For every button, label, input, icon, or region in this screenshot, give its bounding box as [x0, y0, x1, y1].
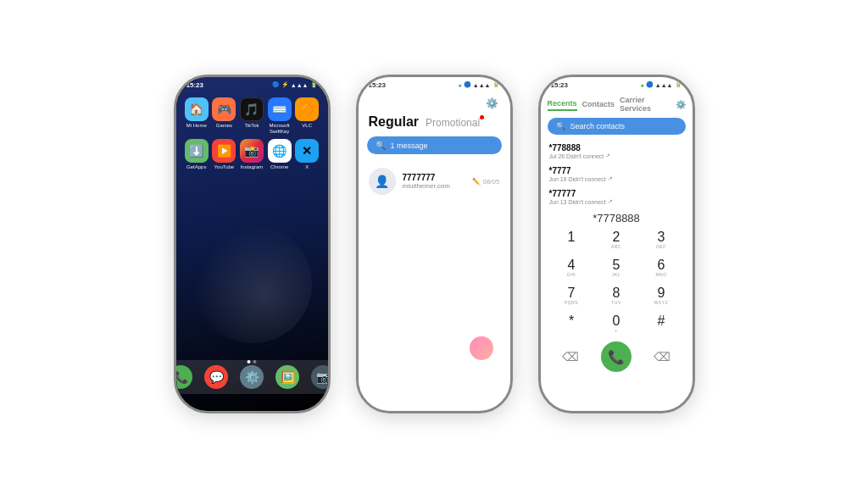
time-3: 15:23: [551, 81, 568, 89]
dock-phone[interactable]: 📞: [176, 365, 193, 389]
tab-contacts[interactable]: Contacts: [582, 98, 615, 110]
settings-icon[interactable]: ⚙️: [485, 96, 500, 111]
app-grid: 🏠 Mi Home 🎮 Games 🎵 TikTok ⌨️ Microsoft …: [176, 91, 328, 170]
msg-header: ⚙️: [359, 91, 510, 114]
msg-avatar: 👤: [369, 168, 396, 195]
dialer-screen: 15:23 ● 🔵 ▲▲▲ 🔋 Recents Contacts Carrier…: [541, 77, 693, 411]
tab-regular[interactable]: Regular: [369, 114, 420, 130]
key-9[interactable]: 9WXYZ: [639, 282, 684, 310]
phone-1: 15:23 🔵 ⚡ ▲▲▲ 🔋 🏠 Mi Home 🎮 Games: [174, 75, 331, 413]
msg-time: ✏️ 08/05: [472, 178, 499, 186]
promo-notification-dot: [480, 115, 484, 119]
dock-gallery[interactable]: 🖼️: [275, 365, 299, 389]
dialer-search-bar[interactable]: 🔍 Search contacts: [548, 118, 686, 135]
key-6[interactable]: 6MNO: [639, 254, 684, 282]
key-7[interactable]: 7PQRS: [549, 282, 594, 310]
tab-promotional[interactable]: Promotional: [426, 117, 480, 129]
key-1[interactable]: 1: [549, 226, 594, 254]
status-bar-3: 15:23 ● 🔵 ▲▲▲ 🔋: [541, 77, 693, 91]
app-mi-home[interactable]: 🏠 Mi Home: [185, 97, 209, 134]
key-8[interactable]: 8TUV: [594, 282, 639, 310]
voicemail-button[interactable]: ⌫: [650, 345, 674, 369]
app-youtube[interactable]: ▶️ YouTube: [212, 139, 236, 170]
messages-screen: 15:23 ● 🔵 ▲▲▲ 🔋 ⚙️ Regular Promotional: [359, 77, 510, 411]
phone-2: 15:23 ● 🔵 ▲▲▲ 🔋 ⚙️ Regular Promotional: [356, 75, 513, 413]
dialer-input-display: *7778888: [541, 208, 693, 226]
phone-3: 15:23 ● 🔵 ▲▲▲ 🔋 Recents Contacts Carrier…: [538, 75, 695, 413]
call-button[interactable]: 📞: [601, 341, 632, 372]
msg-tabs: Regular Promotional: [359, 114, 510, 130]
status-bar-1: 15:23 🔵 ⚡ ▲▲▲ 🔋: [176, 77, 328, 91]
time-2: 15:23: [369, 81, 386, 89]
search-icon: 🔍: [376, 141, 386, 150]
edit-icon: ✏️: [472, 178, 481, 186]
keypad: 1 2ABC 3DEF 4GHI 5JKL 6MNO 7PQRS 8TUV 9W…: [541, 226, 693, 338]
key-3[interactable]: 3DEF: [639, 226, 684, 254]
delete-button[interactable]: ⌫: [559, 345, 582, 369]
key-5[interactable]: 5JKL: [594, 254, 639, 282]
app-chrome[interactable]: 🌐 Chrome: [267, 139, 292, 170]
home-screen: 15:23 🔵 ⚡ ▲▲▲ 🔋 🏠 Mi Home 🎮 Games: [176, 77, 328, 411]
recents-list: *778888 Jul 26 Didn't connect ↗ *7777 Ju…: [541, 140, 693, 208]
dock: 📞 💬 ⚙️ 🖼️ 📷: [176, 360, 328, 394]
dock-messages[interactable]: 💬: [204, 365, 228, 389]
key-4[interactable]: 4GHI: [549, 254, 594, 282]
recent-item-2[interactable]: *7777 Jun 19 Didn't connect ↗: [541, 163, 693, 186]
app-instagram[interactable]: 📸 Instagram: [240, 139, 264, 170]
search-icon-dialer: 🔍: [556, 122, 565, 130]
key-star[interactable]: *: [549, 310, 594, 338]
tab-carrier-services[interactable]: Carrier Services: [620, 94, 670, 114]
message-item[interactable]: 👤 7777777 miuithemer.com ✏️ 08/05: [359, 161, 510, 202]
msg-info: 7777777 miuithemer.com: [403, 173, 466, 190]
app-tiktok[interactable]: 🎵 TikTok: [240, 97, 264, 134]
key-2[interactable]: 2ABC: [594, 226, 639, 254]
message-search-bar[interactable]: 🔍 1 message: [367, 136, 502, 154]
dock-camera[interactable]: 📷: [311, 365, 328, 389]
status-icons-3: ● 🔵 ▲▲▲ 🔋: [640, 81, 682, 88]
status-bar-2: 15:23 ● 🔵 ▲▲▲ 🔋: [359, 77, 510, 91]
app-vlc[interactable]: 🔶 VLC: [295, 97, 320, 134]
recent-item-3[interactable]: *77777 Jun 13 Didn't connect ↗: [541, 186, 693, 208]
app-x[interactable]: ✕ X: [295, 139, 320, 170]
app-getapps[interactable]: ⬇️ GetApps: [185, 139, 209, 170]
dialer-tabs: Recents Contacts Carrier Services ⚙️: [541, 91, 693, 116]
key-hash[interactable]: #: [639, 310, 684, 338]
tab-recents[interactable]: Recents: [548, 97, 577, 111]
recent-item-1[interactable]: *778888 Jul 26 Didn't connect ↗: [541, 140, 693, 163]
app-games[interactable]: 🎮 Games: [212, 97, 236, 134]
key-0[interactable]: 0+: [594, 310, 639, 338]
floating-action-button[interactable]: [470, 336, 493, 360]
settings-icon-dialer[interactable]: ⚙️: [676, 100, 686, 109]
app-swiftkey[interactable]: ⌨️ Microsoft SwiftKey: [267, 97, 292, 134]
status-icons-2: ● 🔵 ▲▲▲ 🔋: [458, 81, 499, 88]
status-icons-1: 🔵 ⚡ ▲▲▲ 🔋: [272, 81, 318, 88]
msg-sender: 7777777: [403, 173, 466, 182]
msg-preview: miuithemer.com: [403, 182, 466, 190]
dock-settings[interactable]: ⚙️: [240, 365, 264, 389]
dialer-bottom-bar: ⌫ 📞 ⌫: [541, 338, 693, 375]
time-1: 15:23: [186, 81, 203, 89]
